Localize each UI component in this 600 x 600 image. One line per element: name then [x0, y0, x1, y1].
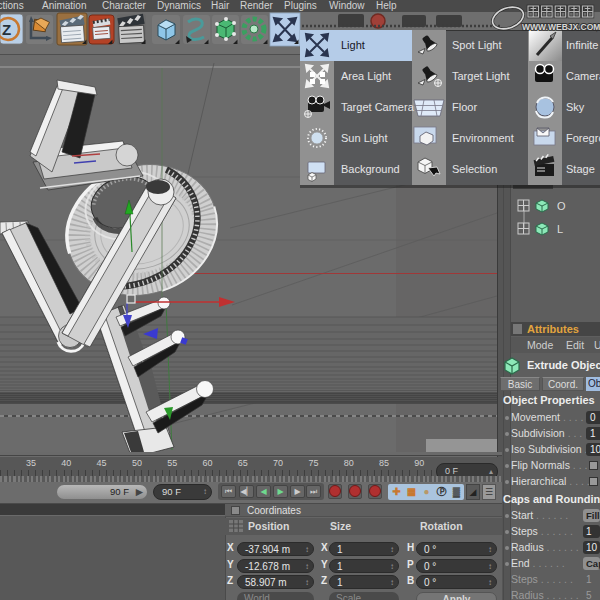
svg-text:L: L	[557, 223, 563, 235]
svg-text:Z: Z	[2, 21, 11, 38]
svg-text:WWW.WEBJX.COM: WWW.WEBJX.COM	[522, 22, 600, 32]
svg-text:O: O	[557, 200, 566, 212]
